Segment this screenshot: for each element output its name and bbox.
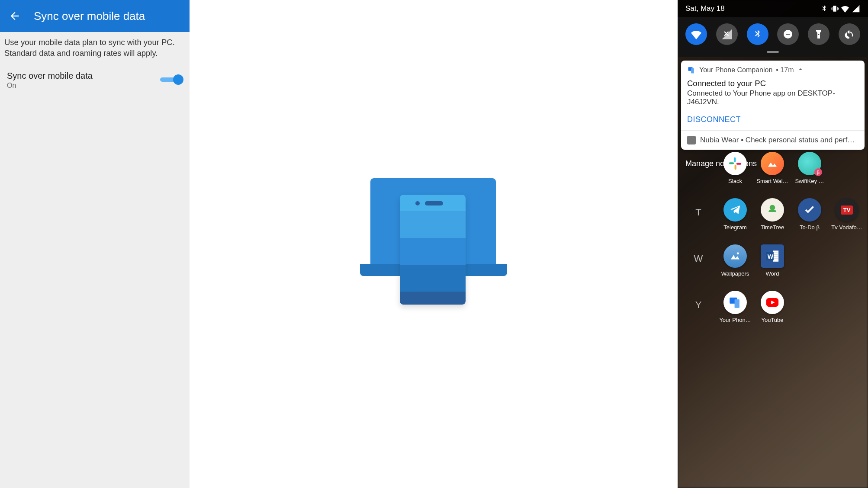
signal-icon: × — [852, 4, 860, 13]
app-telegram[interactable]: Telegram — [718, 198, 752, 231]
svg-text:×: × — [857, 5, 859, 9]
app-tv-vodafone[interactable]: Tv Vodafo… — [830, 198, 864, 231]
app-slack[interactable]: Slack — [718, 152, 752, 184]
section-letter: W — [681, 244, 716, 277]
svg-rect-6 — [736, 163, 741, 165]
slack-icon — [723, 152, 747, 175]
settings-panel: Sync over mobile data Use your mobile da… — [0, 0, 190, 488]
app-label: YouTube — [755, 317, 789, 323]
qs-bluetooth[interactable] — [747, 23, 768, 45]
wallpapers-icon — [723, 244, 747, 268]
swiftkey-icon — [798, 152, 821, 175]
qs-wifi[interactable] — [685, 23, 707, 45]
notification2-text: Check personal status and perform settin… — [746, 136, 858, 144]
app-label: Word — [755, 270, 789, 277]
svg-text:W: W — [768, 253, 774, 260]
svg-rect-4 — [729, 162, 734, 164]
app-todo[interactable]: To-Do β — [793, 198, 826, 231]
nubia-wear-icon — [687, 136, 696, 144]
wifi-icon — [841, 5, 849, 13]
notification-shade: Sat, May 18 × — [678, 0, 868, 488]
svg-rect-9 — [773, 253, 778, 253]
status-bar: Sat, May 18 × — [678, 0, 868, 17]
your-phone-app-icon — [687, 66, 696, 74]
wifi-icon — [691, 29, 701, 39]
app-swiftkey[interactable]: SwiftKey … — [793, 152, 826, 184]
status-icons: × — [820, 4, 860, 13]
back-button[interactable] — [7, 8, 23, 24]
app-your-phone[interactable]: Your Phon… — [718, 291, 752, 323]
svg-rect-12 — [773, 258, 778, 258]
chevron-up-icon[interactable] — [797, 66, 804, 74]
app-label: Slack — [718, 178, 752, 184]
svg-rect-3 — [734, 157, 736, 162]
app-label: Telegram — [718, 224, 752, 231]
telegram-icon — [723, 198, 747, 222]
your-phone-icon — [723, 291, 747, 314]
app-youtube[interactable]: YouTube — [755, 291, 789, 323]
youtube-icon — [761, 291, 784, 314]
app-word[interactable]: W Word — [755, 244, 789, 277]
notification-card[interactable]: Your Phone Companion 17m Connected to yo… — [681, 61, 865, 150]
app-label: Your Phon… — [718, 317, 752, 323]
app-label: SwiftKey … — [793, 178, 826, 184]
todo-icon — [798, 198, 821, 222]
tv-vodafone-icon — [835, 198, 858, 222]
smart-wallpaper-icon — [761, 152, 784, 175]
section-letter — [681, 152, 716, 184]
quick-settings — [678, 17, 868, 57]
notification2-app: Nubia Wear — [700, 136, 739, 144]
notification-header[interactable]: Your Phone Companion 17m — [681, 61, 865, 77]
qs-rotate[interactable] — [839, 23, 860, 45]
bluetooth-icon — [820, 5, 828, 13]
svg-point-7 — [737, 252, 739, 254]
page-title: Sync over mobile data — [34, 10, 145, 23]
app-label: Tv Vodafo… — [830, 224, 864, 231]
notification-text: Connected to Your Phone app on DESKTOP-J… — [687, 89, 858, 106]
word-icon: W — [761, 244, 784, 268]
app-label: To-Do β — [793, 224, 826, 231]
vibrate-icon — [831, 5, 839, 13]
phone-laptop-icon — [360, 175, 507, 313]
app-timetree[interactable]: TimeTree — [755, 198, 789, 231]
sync-mobile-data-row[interactable]: Sync over mobile data On — [0, 63, 190, 97]
app-label: Smart Wal… — [755, 178, 789, 184]
qs-cellular[interactable] — [716, 23, 738, 45]
svg-rect-10 — [773, 254, 778, 255]
section-letter: T — [681, 198, 716, 231]
qs-dnd[interactable] — [777, 23, 799, 45]
notification-title: Connected to your PC — [687, 79, 858, 88]
status-date: Sat, May 18 — [685, 4, 725, 13]
notification-time: 17m — [776, 66, 794, 74]
section-letter: Y — [681, 291, 716, 323]
notification-app-name: Your Phone Companion — [699, 66, 772, 74]
qs-expand-handle[interactable] — [767, 51, 779, 53]
signal-off-icon — [721, 28, 733, 40]
bluetooth-icon — [752, 29, 763, 39]
hero-area — [190, 0, 678, 488]
timetree-icon — [761, 198, 784, 222]
app-label: Wallpapers — [718, 270, 752, 277]
disconnect-button[interactable]: DISCONNECT — [681, 111, 865, 131]
app-wallpapers[interactable]: Wallpapers — [718, 244, 752, 277]
app-drawer[interactable]: Slack Smart Wal… SwiftKey … T Telegram — [678, 152, 868, 328]
settings-header: Sync over mobile data — [0, 0, 190, 32]
setting-label: Sync over mobile data — [7, 71, 93, 81]
app-label: TimeTree — [755, 224, 789, 231]
svg-rect-16 — [735, 299, 739, 308]
arrow-back-icon — [9, 10, 21, 22]
rotate-icon — [844, 29, 855, 39]
qs-flashlight[interactable] — [808, 23, 829, 45]
svg-rect-11 — [773, 256, 778, 257]
dnd-icon — [783, 29, 793, 39]
sync-toggle[interactable] — [160, 75, 183, 85]
svg-rect-5 — [735, 165, 736, 170]
app-smart-wallpaper[interactable]: Smart Wal… — [755, 152, 789, 184]
flashlight-icon — [813, 29, 824, 39]
notification-collapsed[interactable]: Nubia Wear • Check personal status and p… — [681, 131, 865, 150]
svg-rect-2 — [691, 68, 694, 74]
settings-description: Use your mobile data plan to sync with y… — [0, 32, 190, 63]
setting-state: On — [7, 82, 93, 90]
